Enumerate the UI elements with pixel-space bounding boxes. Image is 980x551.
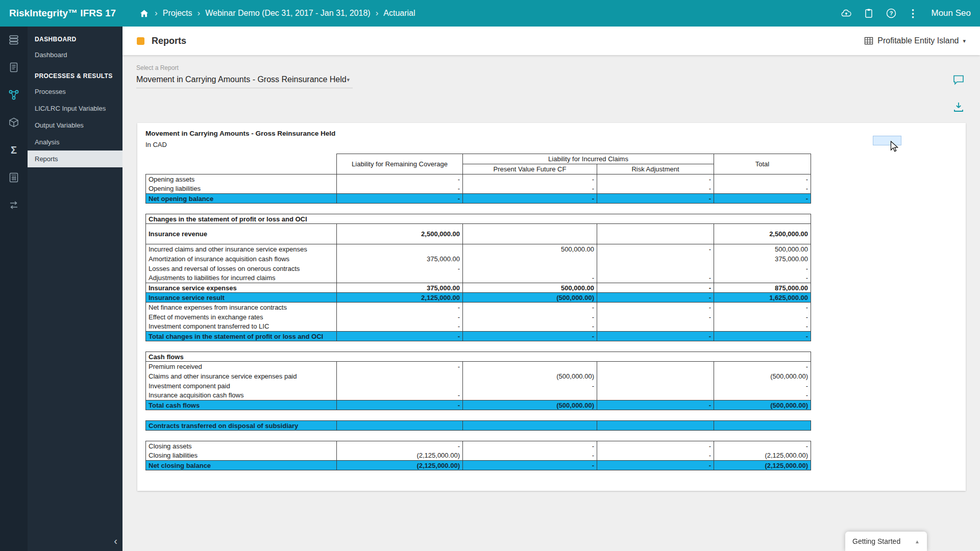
table-row: Net finance expenses from insurance cont…: [146, 303, 811, 312]
chevron-down-icon: ▾: [347, 77, 350, 83]
row-label-cell: Net finance expenses from insurance cont…: [146, 303, 337, 312]
value-cell: (2,125,000.00): [714, 461, 811, 470]
value-cell: -: [463, 451, 597, 461]
column-header-total: Total: [714, 154, 811, 174]
module-icon-rail: Σ: [0, 27, 28, 551]
getting-started-panel[interactable]: Getting Started ▲: [845, 532, 927, 551]
value-cell: -: [337, 174, 463, 184]
value-cell: 2,500,000.00: [714, 224, 811, 244]
value-cell: [597, 254, 714, 264]
table-row: Opening liabilities----: [146, 184, 811, 194]
breadcrumb-projects[interactable]: Projects: [163, 9, 192, 18]
user-name[interactable]: Moun Seo: [932, 8, 971, 18]
table-row: Investment component paid--: [146, 381, 811, 391]
more-options-icon[interactable]: ⋮: [908, 7, 918, 19]
calculator-icon[interactable]: [8, 171, 20, 184]
value-cell: [597, 264, 714, 273]
reports-module-icon: [137, 37, 144, 45]
row-label-cell: Net closing balance: [146, 461, 337, 470]
value-cell: 500,000.00: [714, 244, 811, 254]
value-cell: -: [337, 362, 463, 371]
value-cell: [463, 264, 597, 273]
sidebar-item-output-variables[interactable]: Output Variables: [28, 117, 122, 134]
report-select[interactable]: Select a Report Movement in Carrying Amo…: [136, 64, 353, 88]
value-cell: [463, 224, 597, 244]
row-label-cell: Net opening balance: [146, 194, 337, 204]
help-icon[interactable]: ?: [886, 8, 897, 19]
value-cell: -: [714, 441, 811, 451]
row-label-cell: Insurance revenue: [146, 224, 337, 244]
entity-selector[interactable]: Profitable Entity Island ▾: [864, 36, 966, 45]
main-content: Reports Profitable Entity Island ▾ Selec…: [122, 27, 980, 551]
table-row: Net closing balance(2,125,000.00)--(2,12…: [146, 461, 811, 470]
sidebar-item-analysis[interactable]: Analysis: [28, 134, 122, 151]
table-row: Insurance service expenses375,000.00500,…: [146, 283, 811, 293]
value-cell: [337, 371, 463, 381]
report-card: Movement in Carrying Amounts - Gross Rei…: [137, 123, 966, 491]
download-icon[interactable]: [952, 101, 965, 113]
sigma-icon[interactable]: Σ: [8, 144, 20, 156]
value-cell: (2,125,000.00): [337, 461, 463, 470]
table-row: Cash flows: [146, 352, 811, 362]
app-logo: RiskIntegrity™ IFRS 17: [9, 8, 116, 19]
row-label-cell: Closing liabilities: [146, 451, 337, 461]
cloud-upload-icon[interactable]: [841, 8, 852, 19]
value-cell: (500,000.00): [463, 400, 597, 410]
top-bar: RiskIntegrity™ IFRS 17 › Projects › Webi…: [0, 0, 980, 27]
value-cell: -: [597, 283, 714, 293]
process-network-icon[interactable]: [8, 89, 20, 101]
value-cell: 1,625,000.00: [714, 293, 811, 303]
row-label-cell: Total cash flows: [146, 400, 337, 410]
value-cell: -: [463, 194, 597, 204]
value-cell: 2,500,000.00: [337, 224, 463, 244]
table-row: Insurance revenue2,500,000.002,500,000.0…: [146, 224, 811, 244]
value-cell: -: [714, 362, 811, 371]
value-cell: -: [337, 264, 463, 273]
data-flows-icon[interactable]: [8, 199, 20, 211]
document-icon[interactable]: [8, 61, 20, 73]
value-cell: [337, 244, 463, 254]
value-cell: 500,000.00: [463, 244, 597, 254]
page-header: Reports Profitable Entity Island ▾: [122, 27, 980, 55]
row-label-cell: Premium received: [146, 362, 337, 371]
sidebar-item-dashboard[interactable]: Dashboard: [28, 46, 122, 63]
value-cell: -: [337, 194, 463, 204]
value-cell: -: [463, 303, 597, 312]
column-header-lic-group: Liability for Incurred Claims: [463, 154, 714, 164]
collapse-sidebar-button[interactable]: ‹: [114, 535, 117, 547]
value-cell: [337, 273, 463, 283]
value-cell: -: [714, 381, 811, 391]
value-cell: -: [337, 441, 463, 451]
value-cell: -: [337, 400, 463, 410]
breadcrumb-project-name[interactable]: Webinar Demo (Dec 31, 2017 - Jan 31, 201…: [205, 9, 370, 18]
breadcrumb-separator: ›: [376, 8, 379, 18]
sidebar-item-lic-lrc-input-variables[interactable]: LIC/LRC Input Variables: [28, 100, 122, 117]
sidebar-header-processes-results: PROCESSES & RESULTS: [28, 63, 122, 83]
home-icon[interactable]: [138, 8, 150, 19]
breadcrumb-actuarial[interactable]: Actuarial: [383, 9, 415, 18]
row-label-cell: Insurance service result: [146, 293, 337, 303]
selection-highlight: [873, 136, 901, 145]
cube-icon[interactable]: [8, 116, 20, 129]
report-select-label: Select a Report: [136, 64, 353, 71]
breadcrumb-separator: ›: [155, 8, 158, 18]
table-row: Effect of movements in exchange rates---…: [146, 312, 811, 322]
value-cell: [597, 371, 714, 381]
row-label-cell: Insurance acquisition cash flows: [146, 391, 337, 400]
table-row: Contracts transferred on disposal of sub…: [146, 421, 811, 431]
value-cell: -: [714, 264, 811, 273]
row-label-cell: Contracts transferred on disposal of sub…: [146, 421, 337, 431]
sidebar-item-reports[interactable]: Reports: [28, 151, 122, 167]
database-icon[interactable]: [8, 34, 20, 46]
column-header-pvfcf: Present Value Future CF: [463, 164, 597, 174]
table-row: Net opening balance----: [146, 194, 811, 204]
value-cell: -: [597, 441, 714, 451]
clipboard-icon[interactable]: [863, 8, 874, 19]
value-cell: -: [597, 461, 714, 470]
table-row: Closing assets----: [146, 441, 811, 451]
table-row: Adjustments to liabilities for incurred …: [146, 273, 811, 283]
sidebar-item-processes[interactable]: Processes: [28, 83, 122, 100]
comment-icon[interactable]: [952, 73, 965, 86]
page-title: Reports: [152, 36, 186, 46]
value-cell: -: [463, 273, 597, 283]
